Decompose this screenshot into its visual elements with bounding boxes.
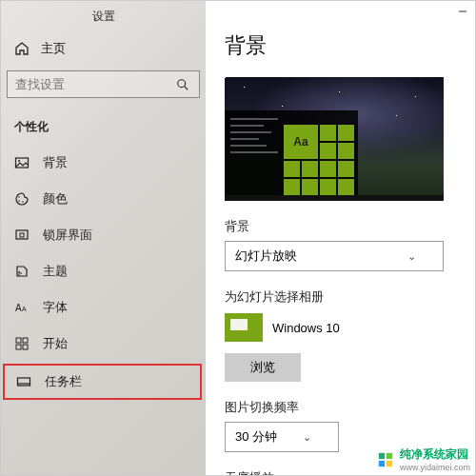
watermark-url: www.yidaimei.com — [400, 463, 470, 472]
background-dropdown[interactable]: 幻灯片放映 ⌄ — [225, 241, 444, 271]
svg-rect-8 — [20, 233, 24, 237]
svg-point-6 — [22, 201, 24, 203]
sidebar-home-label: 主页 — [41, 40, 66, 57]
watermark: 纯净系统家园 www.yidaimei.com — [377, 446, 470, 472]
frequency-dropdown[interactable]: 30 分钟 ⌄ — [225, 422, 339, 452]
sidebar-item-background[interactable]: 背景 — [1, 145, 206, 181]
start-icon — [14, 336, 30, 351]
svg-rect-19 — [387, 452, 392, 458]
home-icon — [14, 41, 30, 56]
sidebar-item-label: 锁屏界面 — [43, 227, 92, 244]
taskbar-icon — [16, 374, 31, 389]
svg-rect-7 — [16, 230, 28, 239]
sidebar-item-taskbar[interactable]: 任务栏 — [3, 364, 202, 400]
svg-text:A: A — [22, 306, 27, 312]
picture-icon — [14, 155, 30, 170]
fonts-icon: AA — [14, 300, 30, 315]
watermark-brand: 纯净系统家园 — [400, 446, 470, 463]
browse-button[interactable]: 浏览 — [225, 353, 301, 382]
svg-rect-21 — [387, 460, 392, 466]
sidebar-item-label: 颜色 — [43, 190, 68, 208]
settings-window: 设置 主页 个性化 背景 — [0, 0, 476, 476]
start-menu-preview: Aa — [225, 110, 358, 201]
lockscreen-icon — [14, 228, 30, 243]
background-dropdown-value: 幻灯片放映 — [235, 248, 297, 265]
page-title: 背景 — [225, 31, 466, 60]
background-field-label: 背景 — [225, 218, 466, 235]
album-row: Windows 10 — [225, 313, 466, 342]
frequency-field-label: 图片切换频率 — [225, 399, 466, 416]
frequency-dropdown-value: 30 分钟 — [235, 428, 277, 446]
sidebar-item-label: 背景 — [43, 154, 68, 171]
desktop-preview: Aa — [225, 77, 444, 201]
content-pane: 背景 Aa 背景 幻灯片放映 ⌄ 为幻灯片选择相册 Wind — [206, 1, 475, 475]
watermark-logo-icon — [377, 451, 394, 468]
sidebar-item-start[interactable]: 开始 — [1, 326, 206, 362]
sidebar: 设置 主页 个性化 背景 — [1, 1, 206, 475]
svg-text:A: A — [15, 303, 22, 313]
svg-point-5 — [18, 200, 20, 202]
album-field-label: 为幻灯片选择相册 — [225, 288, 466, 306]
svg-rect-11 — [16, 338, 21, 343]
svg-rect-12 — [23, 338, 28, 343]
sidebar-item-fonts[interactable]: AA 字体 — [1, 289, 206, 326]
svg-rect-18 — [379, 452, 385, 458]
svg-point-4 — [18, 196, 20, 198]
sidebar-item-colors[interactable]: 颜色 — [1, 181, 206, 217]
preview-tile-aa: Aa — [284, 125, 318, 159]
app-title: 设置 — [1, 7, 206, 32]
svg-rect-14 — [23, 345, 28, 349]
chevron-down-icon: ⌄ — [303, 431, 311, 444]
window-controls — [456, 5, 469, 18]
svg-rect-15 — [18, 378, 30, 386]
sidebar-section-label: 个性化 — [1, 111, 206, 145]
sidebar-item-lockscreen[interactable]: 锁屏界面 — [1, 217, 206, 253]
sidebar-item-label: 任务栏 — [45, 373, 82, 390]
sidebar-home[interactable]: 主页 — [1, 32, 206, 70]
palette-icon — [14, 191, 30, 207]
svg-rect-20 — [379, 460, 385, 466]
sidebar-item-label: 主题 — [43, 263, 68, 280]
sidebar-item-themes[interactable]: 主题 — [1, 253, 206, 289]
album-thumbnail — [225, 313, 263, 342]
sidebar-item-label: 开始 — [43, 335, 68, 352]
chevron-down-icon: ⌄ — [407, 250, 416, 263]
minimize-button[interactable] — [456, 5, 469, 18]
search-icon — [175, 77, 190, 92]
search-container — [7, 70, 200, 98]
search-input[interactable] — [7, 70, 200, 98]
svg-point-3 — [18, 160, 20, 162]
album-name: Windows 10 — [272, 321, 340, 335]
svg-point-0 — [178, 79, 186, 87]
svg-rect-13 — [16, 345, 21, 349]
sidebar-item-label: 字体 — [43, 299, 68, 316]
sidebar-nav: 背景 颜色 锁屏界面 主题 — [1, 145, 206, 402]
themes-icon — [14, 264, 30, 279]
svg-line-1 — [185, 86, 188, 89]
